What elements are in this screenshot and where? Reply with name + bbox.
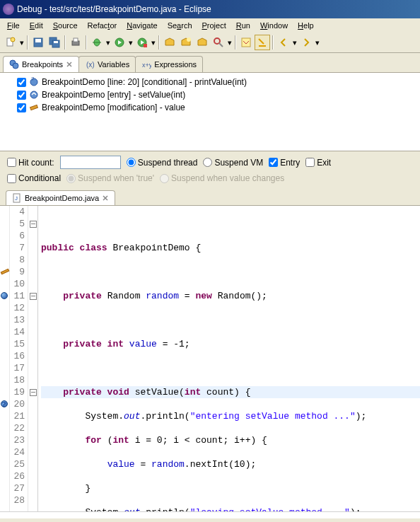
menu-window[interactable]: Window — [256, 20, 292, 31]
run-last-button[interactable] — [134, 35, 150, 50]
tab-breakpoints-label: Breakpoints — [22, 60, 63, 69]
code-content[interactable]: public class BreakpointDemo { private Ra… — [38, 206, 420, 511]
breakpoint-label: BreakpointDemo [entry] - setValue(int) — [42, 90, 185, 100]
views-tab-row: Breakpoints (x)= Variables x+y Expressio… — [0, 53, 420, 73]
run-dropdown[interactable]: ▾ — [128, 38, 134, 47]
close-icon[interactable] — [66, 61, 73, 68]
menubar: File Edit Source Refactor Navigate Searc… — [0, 18, 420, 33]
menu-help[interactable]: Help — [293, 20, 318, 31]
variables-icon: (x)= — [85, 59, 95, 69]
breakpoint-checkbox[interactable] — [17, 103, 26, 112]
titlebar: Debug - test/src/test/BreakpointDemo.jav… — [0, 0, 420, 18]
java-file-icon: J — [12, 193, 22, 203]
back-dropdown[interactable]: ▾ — [292, 38, 298, 47]
editor-tab[interactable]: J BreakpointDemo.java — [6, 190, 115, 205]
svg-rect-13 — [144, 44, 147, 47]
suspend-thread-radio-label[interactable]: Suspend thread — [127, 158, 198, 168]
run-last-dropdown[interactable]: ▾ — [151, 38, 156, 47]
exit-checkbox-label[interactable]: Exit — [305, 158, 331, 168]
editor-tab-label: BreakpointDemo.java — [25, 194, 99, 202]
marker-gutter[interactable]: ? — [0, 206, 10, 511]
svg-text:J: J — [15, 195, 18, 202]
cond-true-radio — [66, 174, 76, 183]
svg-point-24 — [30, 91, 37, 98]
debug-button[interactable] — [89, 35, 105, 50]
svg-rect-6 — [54, 41, 58, 43]
hitcount-checkbox[interactable] — [7, 158, 16, 167]
main-toolbar: ▾ ▾ ▾ ▾ ▾ ▾ ▾ — [0, 33, 420, 53]
hitcount-input[interactable] — [60, 156, 121, 169]
print-button[interactable] — [68, 35, 83, 50]
cond-change-radio-label: Suspend when value changes — [160, 173, 284, 183]
tab-expressions[interactable]: x+y Expressions — [135, 56, 203, 72]
horizontal-scrollbar[interactable] — [0, 511, 420, 518]
close-icon[interactable] — [102, 195, 109, 202]
tab-breakpoints[interactable]: Breakpoints — [3, 56, 79, 72]
entry-checkbox-label[interactable]: Entry — [269, 158, 300, 168]
breakpoint-marker[interactable] — [1, 292, 8, 299]
entry-checkbox[interactable] — [269, 158, 278, 167]
suspend-thread-radio[interactable] — [127, 158, 136, 167]
folding-gutter[interactable] — [28, 206, 38, 511]
forward-dropdown[interactable]: ▾ — [315, 38, 320, 47]
menu-search[interactable]: Search — [163, 20, 197, 31]
save-button[interactable] — [30, 35, 46, 50]
svg-point-14 — [187, 37, 191, 42]
tab-expressions-label: Expressions — [154, 60, 197, 69]
menu-source[interactable]: Source — [49, 20, 82, 31]
forward-button[interactable] — [298, 35, 314, 50]
breakpoint-checkbox[interactable] — [17, 78, 26, 87]
conditional-checkbox-label[interactable]: Conditional — [7, 173, 61, 183]
exit-checkbox[interactable] — [305, 158, 315, 167]
breakpoint-label: BreakpointDemo [line: 20] [conditional] … — [42, 77, 247, 87]
toggle-breadcrumb-button[interactable] — [238, 35, 254, 50]
search-button[interactable] — [211, 35, 226, 50]
back-button[interactable] — [276, 35, 291, 50]
cond-change-radio — [160, 174, 169, 183]
tab-variables-label: Variables — [98, 60, 129, 69]
svg-text:?: ? — [31, 77, 35, 82]
new-dropdown[interactable]: ▾ — [19, 38, 25, 47]
line-breakpoint-icon: ? — [29, 77, 39, 87]
toggle-mark-button[interactable] — [255, 35, 270, 50]
menu-run[interactable]: Run — [232, 20, 255, 31]
breakpoints-icon — [9, 59, 19, 69]
save-all-button[interactable] — [47, 35, 62, 50]
menu-file[interactable]: File — [3, 20, 24, 31]
line-numbers: 4567891011121314151617181920212223242526… — [10, 206, 28, 511]
svg-rect-17 — [242, 38, 250, 47]
menu-edit[interactable]: Edit — [25, 20, 47, 31]
tab-variables[interactable]: (x)= Variables — [78, 56, 136, 72]
run-button[interactable] — [112, 35, 127, 50]
svg-line-16 — [219, 43, 223, 47]
menu-navigate[interactable]: Navigate — [122, 20, 161, 31]
conditional-checkbox[interactable] — [7, 174, 16, 183]
search-dropdown[interactable]: ▾ — [227, 38, 233, 47]
breakpoint-item[interactable]: ? BreakpointDemo [line: 20] [conditional… — [3, 76, 417, 88]
breakpoint-item[interactable]: BreakpointDemo [entry] - setValue(int) — [3, 88, 417, 101]
svg-point-15 — [214, 38, 220, 44]
watchpoint-icon — [29, 103, 39, 112]
new-button[interactable] — [3, 35, 18, 50]
breakpoint-label: BreakpointDemo [modification] - value — [42, 103, 185, 112]
menu-project[interactable]: Project — [198, 20, 231, 31]
menu-refactor[interactable]: Refactor — [83, 20, 122, 31]
breakpoint-item[interactable]: BreakpointDemo [modification] - value — [3, 101, 417, 114]
hitcount-checkbox-label[interactable]: Hit count: — [7, 158, 54, 168]
suspend-vm-radio-label[interactable]: Suspend VM — [203, 158, 263, 168]
open-type-button[interactable] — [162, 35, 177, 50]
open-task-button[interactable] — [194, 35, 210, 50]
window-title: Debug - test/src/test/BreakpointDemo.jav… — [17, 4, 211, 14]
svg-text:(x)=: (x)= — [86, 61, 95, 69]
watchpoint-marker[interactable] — [1, 269, 10, 275]
breakpoint-checkbox[interactable] — [17, 91, 26, 100]
suspend-vm-radio[interactable] — [203, 158, 212, 167]
svg-rect-3 — [35, 39, 41, 42]
conditional-marker: ? — [1, 399, 6, 411]
open-resource-button[interactable] — [178, 35, 194, 50]
method-breakpoint-icon — [29, 90, 39, 100]
expressions-icon: x+y — [141, 59, 151, 69]
svg-rect-25 — [30, 105, 38, 110]
debug-dropdown[interactable]: ▾ — [105, 38, 111, 47]
editor-area[interactable]: ? 45678910111213141516171819202122232425… — [0, 206, 420, 511]
